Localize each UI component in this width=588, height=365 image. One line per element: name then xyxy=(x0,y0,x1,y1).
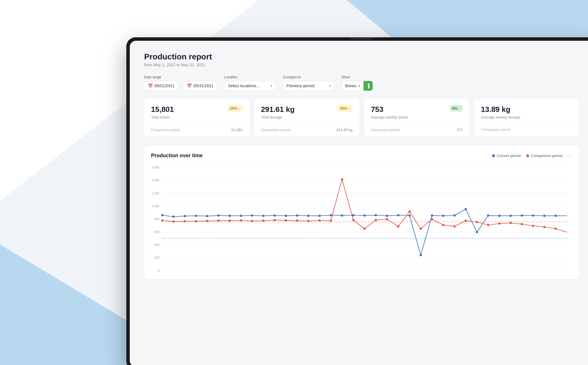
svg-point-57 xyxy=(172,215,175,218)
svg-point-85 xyxy=(487,214,489,217)
svg-point-52 xyxy=(521,223,523,225)
svg-point-67 xyxy=(285,215,287,217)
svg-point-76 xyxy=(386,215,388,217)
svg-point-45 xyxy=(442,224,444,226)
stat-card-avg-weekly-brews: 753 4% ↑ Average weekly brews Comparison… xyxy=(364,99,469,137)
svg-point-48 xyxy=(476,221,478,223)
svg-point-81 xyxy=(442,215,444,217)
svg-point-43 xyxy=(420,228,422,230)
compare-arrow-icon: ▾ xyxy=(329,84,331,88)
stat-name-avg-brews: Average weekly brews xyxy=(371,115,463,119)
chart-legend: Current period Comparison period ··· xyxy=(492,153,572,159)
date-range-filter: Date range 📅 05/01/2021 - 📅 05/31/2021 xyxy=(144,75,217,91)
svg-point-75 xyxy=(375,214,377,216)
date-range-inputs: 📅 05/01/2021 - 📅 05/31/2021 xyxy=(144,81,217,91)
stat-card-avg-weekly-dosage: 13.89 kg Average weekly dosage Compariso… xyxy=(474,99,579,137)
svg-point-90 xyxy=(543,215,546,217)
svg-point-69 xyxy=(307,215,310,217)
svg-text:1,600: 1,600 xyxy=(152,166,159,169)
location-value: Select locations... xyxy=(228,84,260,88)
svg-point-22 xyxy=(184,220,186,222)
svg-text:600: 600 xyxy=(154,230,159,234)
svg-text:200: 200 xyxy=(154,256,159,259)
stat-divider-brews xyxy=(151,124,243,124)
svg-point-82 xyxy=(453,214,456,217)
show-button-green[interactable]: ▐ xyxy=(363,81,373,91)
legend-current-label: Current period xyxy=(497,154,521,158)
show-select[interactable]: Brews ▾ xyxy=(341,81,363,91)
stat-name-dosage: Total dosage xyxy=(261,115,353,119)
svg-point-25 xyxy=(217,220,220,222)
svg-point-26 xyxy=(229,220,231,222)
svg-point-30 xyxy=(274,219,276,221)
svg-point-46 xyxy=(453,225,456,228)
svg-point-70 xyxy=(318,215,321,217)
stats-row: 15,801 29% ↓ Total brews Comparison peri… xyxy=(144,99,579,137)
svg-point-78 xyxy=(408,214,411,217)
svg-point-80 xyxy=(431,214,433,217)
filters-row: Date range 📅 05/01/2021 - 📅 05/31/2021 xyxy=(144,75,579,91)
svg-point-83 xyxy=(465,208,467,210)
svg-point-31 xyxy=(285,219,287,222)
compare-filter: Compare to Previous period ▾ xyxy=(283,75,334,91)
date-to-input[interactable]: 📅 05/31/2021 xyxy=(183,81,217,91)
stat-comparison-label-brews: Comparison period xyxy=(151,128,180,132)
stat-divider-dosage xyxy=(261,124,353,124)
svg-text:800: 800 xyxy=(154,217,159,221)
stat-name-avg-dosage: Average weekly dosage xyxy=(481,115,572,119)
svg-point-27 xyxy=(240,219,242,222)
app-content: Production report from May 1, 2021 to Ma… xyxy=(130,41,588,365)
stat-value-avg-dosage: 13.89 kg xyxy=(481,105,510,114)
show-value: Brews xyxy=(345,84,356,88)
page-title: Production report xyxy=(144,52,579,61)
location-select[interactable]: Select locations... ▾ xyxy=(224,81,276,91)
svg-point-66 xyxy=(274,214,276,217)
svg-point-74 xyxy=(363,214,366,217)
svg-point-65 xyxy=(262,215,265,217)
stat-card-total-brews: 15,801 29% ↓ Total brews Comparison peri… xyxy=(144,99,249,137)
legend-current: Current period xyxy=(492,154,521,158)
svg-point-24 xyxy=(206,220,208,222)
svg-point-33 xyxy=(307,220,310,222)
stat-card-header-avg-brews: 753 4% ↑ xyxy=(371,105,463,114)
production-chart: 1,600 1,400 1,200 1,000 800 600 400 200 … xyxy=(151,163,572,272)
stat-name-brews: Total brews xyxy=(151,115,243,119)
stat-comparison-value-dosage: 413.96 kg xyxy=(336,128,353,132)
date-from-input[interactable]: 📅 05/01/2021 xyxy=(144,81,178,91)
location-filter: Location Select locations... ▾ xyxy=(224,75,276,91)
stat-divider-avg-brews xyxy=(371,124,463,124)
chart-section: Production over time Current period Comp… xyxy=(144,146,579,279)
svg-point-64 xyxy=(251,214,253,217)
compare-select[interactable]: Previous period ▾ xyxy=(283,81,334,91)
svg-point-54 xyxy=(543,226,546,228)
svg-point-21 xyxy=(172,220,175,223)
svg-point-42 xyxy=(408,210,411,213)
show-label: Show xyxy=(341,75,373,79)
svg-point-49 xyxy=(487,224,489,226)
svg-point-79 xyxy=(420,254,422,256)
svg-point-87 xyxy=(510,215,512,217)
date-from-value: 05/01/2021 xyxy=(154,84,175,88)
tablet-screen: Production report from May 1, 2021 to Ma… xyxy=(130,41,588,365)
svg-point-32 xyxy=(296,220,298,222)
stat-value-brews: 15,801 xyxy=(151,105,174,114)
legend-dot-red xyxy=(526,154,529,157)
svg-point-91 xyxy=(554,215,557,217)
stat-comparison-label-dosage: Comparison period xyxy=(261,128,290,132)
svg-text:0: 0 xyxy=(158,269,159,272)
location-arrow-icon: ▾ xyxy=(271,84,272,88)
svg-text:400: 400 xyxy=(154,243,159,246)
chart-more-icon[interactable]: ··· xyxy=(568,153,572,159)
svg-point-84 xyxy=(476,231,478,233)
svg-point-63 xyxy=(240,215,242,217)
svg-point-86 xyxy=(498,215,501,217)
svg-point-58 xyxy=(184,215,186,217)
legend-comparison-label: Comparison period xyxy=(531,154,562,158)
stat-divider-avg-dosage xyxy=(481,124,572,124)
svg-point-50 xyxy=(498,222,501,225)
show-control: Brews ▾ ▐ xyxy=(341,81,373,91)
svg-point-61 xyxy=(217,214,220,217)
tablet-frame: Production report from May 1, 2021 to Ma… xyxy=(126,37,588,365)
svg-point-29 xyxy=(262,220,265,222)
svg-point-39 xyxy=(375,219,377,221)
